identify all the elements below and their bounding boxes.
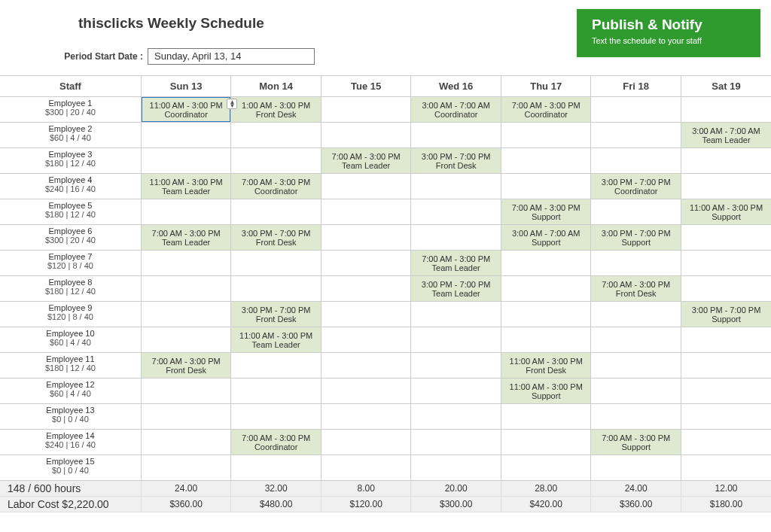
shift-cell[interactable] xyxy=(681,430,771,455)
shift-cell[interactable] xyxy=(141,123,231,148)
shift-cell[interactable] xyxy=(141,148,231,174)
shift-cell[interactable]: 3:00 PM - 7:00 PMFront Desk xyxy=(411,148,501,174)
shift-cell[interactable]: 3:00 AM - 7:00 AMTeam Leader xyxy=(681,123,771,148)
shift-cell[interactable] xyxy=(681,327,771,353)
shift-block[interactable]: 3:00 PM - 7:00 PMFront Desk xyxy=(231,302,321,327)
shift-cell[interactable]: 3:00 PM - 7:00 PMFront Desk xyxy=(231,225,322,251)
shift-cell[interactable] xyxy=(321,430,411,455)
shift-cell[interactable] xyxy=(501,430,591,455)
shift-cell[interactable] xyxy=(501,404,591,430)
shift-block[interactable]: 3:00 PM - 7:00 PMCoordinator xyxy=(591,174,681,199)
shift-cell[interactable] xyxy=(411,174,501,199)
shift-cell[interactable]: 7:00 AM - 3:00 PMFront Desk xyxy=(591,276,681,302)
shift-block[interactable]: 7:00 AM - 3:00 PMFront Desk xyxy=(591,276,681,301)
shift-cell[interactable] xyxy=(501,302,591,327)
shift-block[interactable]: 11:00 AM - 3:00 PMTeam Leader xyxy=(231,327,321,352)
shift-cell[interactable] xyxy=(321,404,411,430)
shift-cell[interactable] xyxy=(591,199,681,225)
shift-cell[interactable] xyxy=(411,302,501,327)
shift-cell[interactable] xyxy=(501,455,591,481)
shift-cell[interactable] xyxy=(411,199,501,225)
shift-cell[interactable]: 11:00 AM - 3:00 PMSupport xyxy=(501,378,591,404)
shift-cell[interactable]: 1:00 AM - 3:00 PMFront Desk xyxy=(231,97,322,123)
shift-block[interactable]: 11:00 AM - 3:00 PMSupport xyxy=(501,378,591,403)
shift-cell[interactable]: 7:00 AM - 3:00 PMSupport xyxy=(591,430,681,455)
shift-block[interactable]: 3:00 AM - 7:00 AMTeam Leader xyxy=(681,123,771,147)
shift-cell[interactable] xyxy=(591,302,681,327)
shift-cell[interactable] xyxy=(501,148,591,174)
shift-cell[interactable] xyxy=(231,378,322,404)
shift-cell[interactable] xyxy=(591,327,681,353)
shift-cell[interactable]: 7:00 AM - 3:00 PMCoordinator xyxy=(501,97,591,123)
shift-cell[interactable] xyxy=(141,327,231,353)
shift-cell[interactable] xyxy=(321,302,411,327)
shift-block[interactable]: 3:00 AM - 7:00 AMCoordinator xyxy=(411,97,501,122)
shift-cell[interactable] xyxy=(141,199,231,225)
shift-cell[interactable] xyxy=(231,353,322,378)
shift-block[interactable]: 7:00 AM - 3:00 PMCoordinator xyxy=(501,97,591,122)
shift-cell[interactable] xyxy=(321,123,411,148)
shift-cell[interactable] xyxy=(231,251,322,276)
shift-cell[interactable]: 11:00 AM - 3:00 PMSupport xyxy=(681,199,771,225)
shift-cell[interactable] xyxy=(231,455,322,481)
shift-cell[interactable] xyxy=(501,276,591,302)
shift-cell[interactable] xyxy=(591,455,681,481)
shift-block[interactable]: 7:00 AM - 3:00 PMSupport xyxy=(591,430,681,454)
shift-cell[interactable]: 7:00 AM - 3:00 PMSupport xyxy=(501,199,591,225)
shift-cell[interactable] xyxy=(141,251,231,276)
shift-cell[interactable] xyxy=(591,97,681,123)
shift-cell[interactable] xyxy=(501,174,591,199)
shift-cell[interactable]: 7:00 AM - 3:00 PMCoordinator xyxy=(231,174,322,199)
shift-cell[interactable] xyxy=(411,430,501,455)
shift-cell[interactable]: 3:00 PM - 7:00 PMFront Desk xyxy=(231,302,322,327)
shift-cell[interactable]: 11:00 AM - 3:00 PMCoordinator▲▼ xyxy=(141,97,231,123)
shift-cell[interactable]: 7:00 AM - 3:00 PMCoordinator xyxy=(231,430,322,455)
shift-cell[interactable] xyxy=(591,353,681,378)
shift-block[interactable]: 3:00 AM - 7:00 AMSupport xyxy=(501,225,591,250)
shift-cell[interactable]: 7:00 AM - 3:00 PMTeam Leader xyxy=(321,148,411,174)
shift-cell[interactable] xyxy=(411,123,501,148)
shift-cell[interactable] xyxy=(141,455,231,481)
shift-cell[interactable] xyxy=(321,251,411,276)
shift-cell[interactable] xyxy=(681,404,771,430)
shift-block[interactable]: 3:00 PM - 7:00 PMFront Desk xyxy=(411,148,501,173)
shift-block[interactable]: 3:00 PM - 7:00 PMTeam Leader xyxy=(411,276,501,301)
shift-cell[interactable] xyxy=(681,276,771,302)
shift-cell[interactable] xyxy=(591,123,681,148)
shift-cell[interactable] xyxy=(141,276,231,302)
period-start-input[interactable]: Sunday, April 13, 14 xyxy=(148,48,315,65)
shift-block[interactable]: 3:00 PM - 7:00 PMFront Desk xyxy=(231,225,321,250)
shift-cell[interactable] xyxy=(411,327,501,353)
shift-block[interactable]: 11:00 AM - 3:00 PMCoordinator xyxy=(142,97,231,122)
shift-cell[interactable] xyxy=(321,327,411,353)
shift-cell[interactable]: 3:00 AM - 7:00 AMCoordinator xyxy=(411,97,501,123)
shift-cell[interactable] xyxy=(321,199,411,225)
shift-cell[interactable] xyxy=(411,225,501,251)
shift-cell[interactable] xyxy=(681,251,771,276)
shift-cell[interactable] xyxy=(411,455,501,481)
shift-cell[interactable] xyxy=(501,123,591,148)
shift-block[interactable]: 7:00 AM - 3:00 PMCoordinator xyxy=(231,430,321,454)
shift-block[interactable]: 7:00 AM - 3:00 PMFront Desk xyxy=(142,353,231,378)
shift-cell[interactable] xyxy=(591,378,681,404)
shift-cell[interactable]: 7:00 AM - 3:00 PMTeam Leader xyxy=(411,251,501,276)
shift-cell[interactable]: 11:00 AM - 3:00 PMTeam Leader xyxy=(141,174,231,199)
shift-cell[interactable] xyxy=(231,148,322,174)
shift-cell[interactable]: 3:00 PM - 7:00 PMSupport xyxy=(591,225,681,251)
shift-cell[interactable] xyxy=(681,174,771,199)
shift-block[interactable]: 1:00 AM - 3:00 PMFront Desk xyxy=(231,97,321,122)
shift-cell[interactable] xyxy=(231,404,322,430)
shift-cell[interactable] xyxy=(141,378,231,404)
shift-cell[interactable] xyxy=(141,404,231,430)
shift-block[interactable]: 7:00 AM - 3:00 PMSupport xyxy=(501,199,591,224)
shift-cell[interactable] xyxy=(231,123,322,148)
shift-cell[interactable] xyxy=(681,97,771,123)
shift-cell[interactable] xyxy=(321,353,411,378)
shift-block[interactable]: 7:00 AM - 3:00 PMTeam Leader xyxy=(322,148,411,173)
shift-cell[interactable] xyxy=(321,174,411,199)
publish-notify-button[interactable]: Publish & Notify Text the schedule to yo… xyxy=(577,9,760,57)
shift-cell[interactable] xyxy=(681,225,771,251)
shift-cell[interactable] xyxy=(321,225,411,251)
shift-block[interactable]: 7:00 AM - 3:00 PMTeam Leader xyxy=(142,225,231,250)
shift-cell[interactable] xyxy=(591,404,681,430)
